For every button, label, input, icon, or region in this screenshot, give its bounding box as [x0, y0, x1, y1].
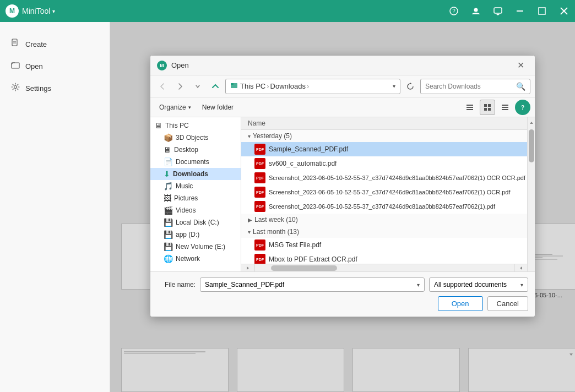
tree-item-music[interactable]: 🎵 Music [150, 180, 241, 192]
open-button[interactable]: Open [438, 296, 483, 311]
svg-rect-18 [484, 104, 487, 107]
v-scrollbar[interactable] [527, 117, 535, 271]
dialog-overlay: M Open ✕ [110, 22, 575, 392]
svg-point-2 [474, 8, 478, 12]
cancel-button[interactable]: Cancel [487, 296, 528, 311]
h-scroll-thumb[interactable] [271, 265, 337, 271]
filetype-select[interactable]: All supported documents ▾ [429, 277, 528, 292]
sidebar-item-settings[interactable]: Settings [0, 77, 110, 99]
view-details-button[interactable] [462, 100, 478, 115]
maximize-button[interactable] [531, 0, 553, 22]
message-button[interactable] [487, 0, 509, 22]
videos-icon: 🎬 [164, 206, 173, 215]
address-downloads: Downloads [270, 82, 306, 90]
pdf-icon-3: PDF [254, 187, 265, 198]
file-name-0: Sample_Scanned_PDF.pdf [269, 145, 520, 153]
svg-rect-21 [488, 108, 491, 111]
tree-item-3dobjects[interactable]: 📦 3D Objects [150, 132, 241, 144]
tree-item-desktop[interactable]: 🖥 Desktop [150, 144, 241, 156]
tree-item-music-label: Music [176, 182, 193, 190]
minimize-button[interactable] [509, 0, 531, 22]
pdf-icon-lm-1: PDF [254, 254, 265, 264]
svg-rect-17 [466, 109, 473, 110]
tree-panel: 🖥 This PC 📦 3D Objects 🖥 Desktop 📄 [150, 117, 241, 271]
tree-item-documents-label: Documents [176, 158, 209, 166]
newvolume-icon: 💾 [164, 242, 173, 251]
search-input[interactable] [425, 83, 516, 90]
dropdown-button[interactable] [190, 79, 205, 94]
tree-item-localdisk[interactable]: 💾 Local Disk (C:) [150, 216, 241, 228]
sidebar-item-open[interactable]: Open [0, 55, 110, 77]
address-dropdown-icon[interactable]: ▾ [393, 83, 395, 89]
file-item-1[interactable]: PDF sv600_c_automatic.pdf [241, 156, 527, 171]
tree-item-newvolume[interactable]: 💾 New Volume (E:) [150, 241, 241, 253]
help-button[interactable]: ? [443, 0, 465, 22]
view-list-button[interactable] [497, 100, 513, 115]
window-controls: ? [443, 0, 575, 22]
account-button[interactable] [465, 0, 487, 22]
filename-dropdown-icon[interactable]: ▾ [417, 282, 420, 288]
network-icon: 🌐 [164, 254, 173, 263]
file-item-lm-1[interactable]: PDF Mbox to PDF Extract OCR.pdf [241, 252, 527, 264]
sidebar-item-create[interactable]: Create [0, 33, 110, 55]
file-item-3[interactable]: PDF Screenshot_2023-06-05-10-52-55-37_c3… [241, 185, 527, 199]
app-title-dropdown-icon[interactable]: ▾ [52, 8, 55, 14]
app-title: MiniTool [22, 7, 50, 15]
tree-item-localdisk-label: Local Disk (C:) [176, 219, 219, 226]
svg-rect-4 [517, 10, 523, 12]
close-button[interactable] [553, 0, 575, 22]
forward-button[interactable] [172, 79, 188, 94]
search-icon: 🔍 [516, 82, 525, 91]
tree-item-documents[interactable]: 📄 Documents [150, 156, 241, 168]
dialog-toolbar: Organize ▾ New folder [150, 97, 535, 117]
filename-label: File name: [157, 281, 196, 288]
tree-item-thispc[interactable]: 🖥 This PC [150, 119, 241, 132]
search-box[interactable]: 🔍 [420, 79, 530, 94]
tree-item-downloads[interactable]: ⬇ Downloads [150, 168, 241, 180]
open-icon [11, 61, 20, 72]
titlebar: M MiniTool ▾ ? [0, 0, 575, 22]
organize-button[interactable]: Organize ▾ [155, 100, 196, 115]
filename-input[interactable]: Sample_Scanned_PDF.pdf ▾ [200, 277, 425, 292]
file-item-2[interactable]: PDF Screenshot_2023-06-05-10-52-55-37_c3… [241, 171, 527, 185]
view-tiles-button[interactable] [480, 100, 495, 115]
file-item-0[interactable]: PDF Sample_Scanned_PDF.pdf [241, 142, 527, 156]
tree-item-desktop-label: Desktop [174, 146, 198, 154]
svg-rect-5 [539, 8, 545, 14]
file-list-header: Name [241, 117, 527, 130]
up-button[interactable] [208, 79, 223, 94]
help-button-toolbar[interactable]: ? [515, 100, 530, 115]
tree-item-appd[interactable]: 💾 app (D:) [150, 228, 241, 241]
h-scrollbar[interactable] [241, 264, 527, 271]
file-name-lm-1: Mbox to PDF Extract OCR.pdf [269, 255, 520, 263]
filetype-dropdown-icon[interactable]: ▾ [520, 282, 523, 288]
filename-row: File name: Sample_Scanned_PDF.pdf ▾ All … [157, 277, 528, 292]
file-panel-wrapper: Name ▾ Yesterday (5) PDF Sample_Scanned_… [241, 117, 527, 271]
file-item-lm-0[interactable]: PDF MSG Test File.pdf [241, 238, 527, 252]
tree-item-pictures[interactable]: 🖼 Pictures [150, 192, 241, 204]
back-button[interactable] [155, 79, 170, 94]
svg-rect-23 [502, 107, 508, 108]
group-lastweek-label: Last week (10) [254, 216, 298, 224]
refresh-button[interactable] [403, 79, 418, 94]
tree-item-videos-label: Videos [176, 206, 196, 214]
address-bar[interactable]: This PC › Downloads › ▾ [225, 79, 400, 94]
group-yesterday-arrow: ▾ [248, 133, 251, 139]
sidebar: Create Open Settings [0, 22, 110, 392]
app-logo: M [6, 4, 19, 18]
file-name-1: sv600_c_automatic.pdf [269, 160, 520, 167]
svg-text:?: ? [521, 105, 524, 111]
tree-item-videos[interactable]: 🎬 Videos [150, 204, 241, 216]
svg-rect-15 [466, 105, 473, 106]
dialog-close-button[interactable]: ✕ [513, 58, 528, 73]
group-lastweek[interactable]: ▶ Last week (10) [241, 214, 527, 226]
group-yesterday[interactable]: ▾ Yesterday (5) [241, 130, 527, 142]
dialog-titlebar: M Open ✕ [150, 56, 535, 75]
organize-label: Organize [159, 104, 186, 111]
file-item-4[interactable]: PDF Screenshot_2023-06-05-10-52-55-37_c3… [241, 199, 527, 214]
tree-item-network-label: Network [176, 255, 200, 263]
new-folder-button[interactable]: New folder [198, 100, 238, 115]
tree-item-network[interactable]: 🌐 Network [150, 253, 241, 265]
file-name-3: Screenshot_2023-06-05-10-52-55-37_c37d74… [269, 189, 520, 195]
group-lastmonth[interactable]: ▾ Last month (13) [241, 226, 527, 238]
